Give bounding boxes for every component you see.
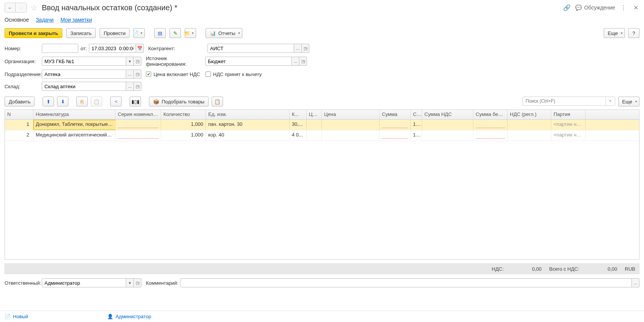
favorite-icon[interactable]: ☆ [30,3,38,12]
table-search-input[interactable] [522,97,606,106]
discuss-link[interactable]: 💬 Обсуждение [575,5,615,11]
structure-button[interactable]: ▤ [154,28,166,38]
source-input[interactable] [205,57,292,66]
open-icon: ◳ [136,59,139,64]
th-sum[interactable]: Сумма [380,110,411,119]
add-row-button[interactable]: Добавить [5,97,35,106]
pick-label: Подобрать товары [161,99,204,105]
sub-toolbar: Добавить ⬆ ⬇ ⎘ 📋 ＜ ▮▯▮ 📦 Подобрать товар… [0,95,644,109]
paste-icon: 📋 [93,99,100,105]
pick-goods-button[interactable]: 📦 Подобрать товары [149,97,209,106]
resp-open-button[interactable]: ◳ [134,278,141,287]
copy-button[interactable]: ⎘ [76,97,88,106]
barcode-button[interactable]: ▮▯▮ [130,97,141,106]
th-qty[interactable]: Количество [161,110,206,119]
cell-ser [116,120,161,130]
dept-label: Подразделение: [5,71,42,77]
th-n[interactable]: N [5,110,33,119]
post-button[interactable]: Провести [100,28,130,38]
resp-dropdown-button[interactable]: ▾ [126,278,134,287]
source-select-button[interactable]: ... [292,57,299,66]
edit-button[interactable]: ✎ [169,28,181,38]
table-row[interactable]: 1 Донормил, Таблетки, покрытые об... 1,0… [5,120,639,130]
reports-button[interactable]: 📊 Отчеты [206,28,242,38]
checkbox-checked-icon [146,71,151,77]
cell-sum [380,120,411,130]
th-koef[interactable]: К... [290,110,307,119]
org-dropdown-button[interactable]: ▾ [126,57,134,66]
post-and-close-button[interactable]: Провести и закрыть [5,28,62,38]
warehouse-input[interactable] [42,82,126,91]
forward-button[interactable]: → [16,3,26,12]
dept-select-button[interactable]: ... [126,70,134,79]
status-new-label: Новый [13,314,28,319]
warehouse-select-button[interactable]: ... [126,82,134,91]
more-menu-icon[interactable] [620,4,627,11]
status-new-link[interactable]: 📄 Новый [5,314,28,319]
page-title: Ввод начальных остатков (создание) * [42,3,177,12]
open-icon: ◳ [136,72,139,77]
cell-qty: 1,000 [161,130,206,141]
source-label: Источник финансирования: [146,56,205,67]
move-up-button[interactable]: ⬆ [43,97,54,106]
tab-main[interactable]: Основное [5,17,29,23]
items-table: N Номенклатура Серия номенкла... Количес… [5,109,639,260]
org-open-button[interactable]: ◳ [134,57,141,66]
table-row[interactable]: 2 Медицинский антисептический ра... 1,00… [5,130,639,141]
th-part[interactable]: Партия [551,110,585,119]
clipboard-button[interactable]: 📋 [212,97,223,106]
print-button[interactable]: 📁 [185,28,196,38]
link-icon[interactable]: 🔗 [563,4,571,11]
tab-tasks[interactable]: Задачи [36,17,54,23]
calendar-button[interactable]: 📅 [136,44,144,53]
open-icon: ◳ [301,59,305,64]
create-based-on-button[interactable]: 📄 [133,28,145,38]
tab-notes[interactable]: Мои заметки [60,17,92,23]
th-price[interactable]: Цена [322,110,380,119]
save-button[interactable]: Записать [66,28,96,38]
dept-input[interactable] [42,70,126,79]
th-nom[interactable]: Номенклатура [33,110,116,119]
resp-input[interactable] [42,278,126,287]
share-button[interactable]: ＜ [110,97,122,106]
th-st[interactable]: С... [411,110,422,119]
search-clear-button[interactable]: × [606,97,615,106]
th-ce[interactable]: Це... [307,110,322,119]
table-more-button[interactable]: Еще [618,97,639,106]
cell-price [322,130,380,141]
warehouse-open-button[interactable]: ◳ [134,82,141,91]
open-icon: ◳ [136,281,139,286]
nds-deduct-check[interactable]: НДС принят к вычету [206,71,262,77]
comment-input[interactable] [180,278,632,287]
cell-nom[interactable]: Донормил, Таблетки, покрытые об... [33,120,116,130]
status-user-link[interactable]: 👤 Администратор [107,314,151,319]
close-icon[interactable]: ✕ [632,4,639,11]
cell-n: 2 [5,130,33,141]
th-ndsr[interactable]: НДС (регл.) [508,110,551,119]
open-icon: ◳ [304,46,307,51]
reports-label: Отчеты [218,30,235,36]
org-input[interactable] [42,57,126,66]
more-button[interactable]: Еще [604,28,625,38]
price-nds-label: Цена включает НДС [153,71,200,77]
price-includes-nds-check[interactable]: Цена включает НДС [146,71,200,77]
comment-expand-button[interactable]: ... [632,278,639,287]
th-unit[interactable]: Ед. изм. [206,110,290,119]
move-down-button[interactable]: ⬇ [57,97,68,106]
paste-button[interactable]: 📋 [91,97,102,106]
number-input[interactable] [42,44,78,53]
dept-open-button[interactable]: ◳ [134,70,141,79]
th-snds[interactable]: Сумма НДС [422,110,473,119]
date-input[interactable] [89,44,136,53]
help-button[interactable]: ? [628,28,639,38]
contractor-input[interactable] [207,44,294,53]
th-sbez[interactable]: Сумма без ... [473,110,508,119]
cell-n: 1 [5,120,33,130]
th-ser[interactable]: Серия номенкла... [116,110,161,119]
cell-st: 1... [411,120,422,130]
contractor-open-button[interactable]: ◳ [302,44,309,53]
contractor-select-button[interactable]: ... [294,44,302,53]
back-button[interactable]: ← [5,3,16,12]
cell-sbez [473,120,508,130]
source-open-button[interactable]: ◳ [299,57,307,66]
